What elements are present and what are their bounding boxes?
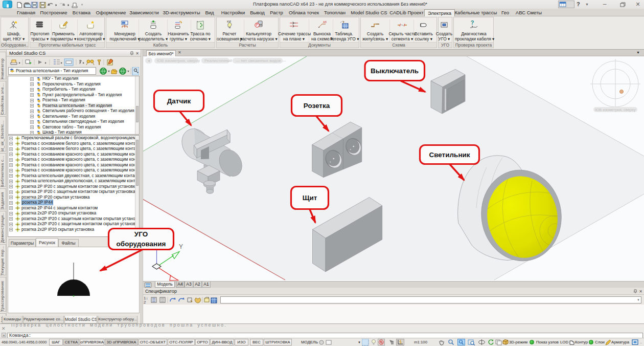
svg-text:Аб: Аб <box>323 20 327 24</box>
svg-text:— нет связанных видов —: — нет связанных видов — <box>236 58 286 63</box>
svg-text:?: ? <box>471 19 474 26</box>
svg-text:2: 2 <box>144 300 146 305</box>
svg-text:КИ: КИ <box>227 20 231 23</box>
svg-text:◂: ◂ <box>148 58 150 63</box>
svg-text:P: P <box>256 23 258 27</box>
svg-text:Реалистичный: Реалистичный <box>204 58 232 63</box>
svg-text:ЮВ изометрия, сверху: ЮВ изометрия, сверху <box>595 107 636 112</box>
svg-text:ЮВ изометрия, сверху: ЮВ изометрия, сверху <box>157 58 200 63</box>
